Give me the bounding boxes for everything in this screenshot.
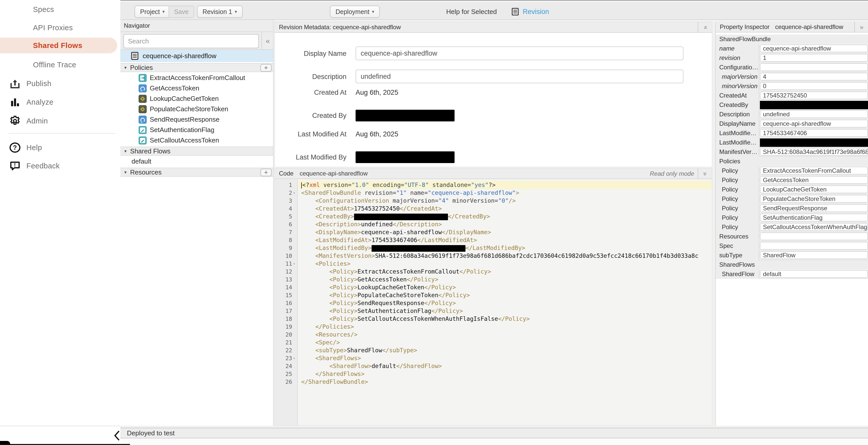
sidebar-item-specs[interactable]: Specs bbox=[0, 2, 120, 17]
inspector-row-revision[interactable]: revision1 bbox=[716, 53, 868, 63]
revision-help-link[interactable]: Revision bbox=[523, 8, 549, 16]
tree-item-policy-SendRequestResponse[interactable]: SendRequestResponse bbox=[120, 114, 274, 125]
tree-item-policy-LookupCacheGetToken[interactable]: LookupCacheGetToken bbox=[120, 93, 274, 104]
inspector-row-LastModifiedAt[interactable]: LastModifiedAt1754533467406 bbox=[716, 128, 868, 138]
fold-marker-icon[interactable]: ▾ bbox=[293, 354, 295, 362]
project-menu-button[interactable]: Project▾ bbox=[134, 6, 170, 18]
inspector-row-Policy[interactable]: PolicySetCalloutAccessTokenWhenAuthFlagI… bbox=[716, 222, 868, 232]
tree-item-policy-SetCalloutAccessToken[interactable]: SetCalloutAccessToken bbox=[120, 135, 274, 146]
display-name-field[interactable] bbox=[355, 47, 683, 60]
inspector-row-Policy[interactable]: PolicySetAuthenticationFlag bbox=[716, 213, 868, 222]
sidebar-item-admin[interactable]: Admin bbox=[0, 113, 120, 129]
inspector-row-CreatedAt[interactable]: CreatedAt1754532752450 bbox=[716, 91, 868, 100]
sidebar-item-feedback[interactable]: !Feedback bbox=[0, 158, 120, 174]
inspector-row-majorVersion[interactable]: majorVersion4 bbox=[716, 72, 868, 82]
code-line-2[interactable]: 2▾<SharedFlowBundle revision="1" name="c… bbox=[275, 189, 712, 197]
code-line-19[interactable]: 19 </Policies> bbox=[275, 323, 712, 331]
last-modified-at-value: Aug 6th, 2025 bbox=[355, 127, 398, 141]
deployment-menu-button[interactable]: Deployment▾ bbox=[330, 6, 380, 18]
inspector-row-Policy[interactable]: PolicySendRequestResponse bbox=[716, 204, 868, 213]
add-resource-button[interactable]: + bbox=[260, 169, 272, 176]
inspector-row-DisplayName[interactable]: DisplayNamecequence-api-sharedflow bbox=[716, 119, 868, 128]
inspector-row-LastModifiedBy[interactable]: LastModifiedBy bbox=[716, 138, 868, 147]
code-line-12[interactable]: 12 <Policy>ExtractAccessTokenFromCallout… bbox=[275, 268, 712, 275]
code-line-13[interactable]: 13 <Policy>GetAccessToken</Policy> bbox=[275, 275, 712, 284]
tree-item-policy-PopulateCacheStoreToken[interactable]: PopulateCacheStoreToken bbox=[120, 104, 274, 114]
code-line-10[interactable]: 10 <ManifestVersion>SHA-512:608a34ac9619… bbox=[275, 252, 712, 260]
tree-item-sharedflow-root[interactable]: cequence-api-sharedflow bbox=[120, 50, 274, 62]
inspector-collapse-button[interactable]: » bbox=[854, 22, 868, 32]
inspector-row-ConfigurationVersion[interactable]: ConfigurationVersion bbox=[716, 63, 868, 72]
code-line-7[interactable]: 7 <DisplayName>cequence-api-sharedflow</… bbox=[275, 228, 712, 236]
code-line-17[interactable]: 17 <Policy>SetAuthenticationFlag</Policy… bbox=[275, 307, 712, 315]
navigator-collapse-button[interactable]: « bbox=[261, 32, 274, 50]
search-input[interactable] bbox=[123, 34, 259, 48]
inspector-row-name[interactable]: namecequence-api-sharedflow bbox=[716, 44, 868, 53]
revision-menu-button[interactable]: Revision 1▾ bbox=[197, 6, 243, 18]
code-line-20[interactable]: 20 <Resources/> bbox=[275, 331, 712, 338]
add-policy-button[interactable]: + bbox=[260, 64, 272, 71]
save-button[interactable]: Save bbox=[168, 6, 194, 18]
tree-item-policy-SetAuthenticationFlag[interactable]: SetAuthenticationFlag bbox=[120, 125, 274, 135]
inspector-row-Policy[interactable]: PolicyGetAccessToken bbox=[716, 176, 868, 185]
chevron-left-icon bbox=[114, 430, 120, 441]
inspector-row-Policies[interactable]: Policies bbox=[716, 157, 868, 166]
tree-item-policy-GetAccessToken[interactable]: GetAccessToken bbox=[120, 83, 274, 93]
inspector-row-minorVersion[interactable]: minorVersion0 bbox=[716, 82, 868, 91]
tree-section-policies[interactable]: ▾ Policies + bbox=[120, 63, 274, 72]
code-line-23[interactable]: 23▾ <SharedFlows> bbox=[275, 354, 712, 362]
inspector-row-CreatedBy[interactable]: CreatedBy bbox=[716, 100, 868, 110]
code-line-14[interactable]: 14 <Policy>LookupCacheGetToken</Policy> bbox=[275, 284, 712, 291]
tree-item-policy-ExtractAccessTokenFromCallout[interactable]: ExtractAccessTokenFromCallout bbox=[120, 72, 274, 83]
project-menu-label: Project bbox=[140, 8, 160, 16]
code-line-9[interactable]: 9 <LastModifiedBy></LastModifiedBy> bbox=[275, 244, 712, 252]
code-line-1[interactable]: 1<?xml version="1.0" encoding="UTF-8" st… bbox=[275, 181, 712, 189]
inspector-row-Policy[interactable]: PolicyExtractAccessTokenFromCallout bbox=[716, 166, 868, 176]
inspector-row-ManifestVersion[interactable]: ManifestVersionSHA-512:608a34ac9619f1f73… bbox=[716, 147, 868, 157]
sidebar-item-offline-trace[interactable]: Offline Trace bbox=[0, 57, 120, 72]
code-line-18[interactable]: 18 <Policy>SetCalloutAccessTokenWhenAuth… bbox=[275, 315, 712, 323]
sidebar-item-analyze[interactable]: Analyze bbox=[0, 94, 120, 110]
line-number: 20 bbox=[275, 331, 292, 338]
sidebar-divider bbox=[9, 133, 115, 134]
sidebar-item-api-proxies[interactable]: API Proxies bbox=[0, 20, 120, 35]
service-callout-policy-icon bbox=[138, 116, 147, 124]
code-line-15[interactable]: 15 <Policy>PopulateCacheStoreToken</Poli… bbox=[275, 291, 712, 299]
sidebar-item-help[interactable]: ?Help bbox=[0, 140, 120, 155]
code-line-16[interactable]: 16 <Policy>SendRequestResponse</Policy> bbox=[275, 299, 712, 307]
inspector-row-SharedFlow[interactable]: SharedFlowdefault bbox=[716, 269, 868, 279]
code-line-11[interactable]: 11▾ <Policies> bbox=[275, 260, 712, 268]
tree-item-default-flow[interactable]: default bbox=[120, 156, 274, 167]
code-collapse-button[interactable]: » bbox=[698, 169, 712, 179]
code-editor[interactable]: 1<?xml version="1.0" encoding="UTF-8" st… bbox=[275, 180, 712, 425]
code-line-21[interactable]: 21 <Spec/> bbox=[275, 338, 712, 347]
tree-section-resources[interactable]: ▾ Resources + bbox=[120, 168, 274, 177]
inspector-row-subType[interactable]: subTypeSharedFlow bbox=[716, 251, 868, 260]
code-line-8[interactable]: 8 <LastModifiedAt>1754533467406</LastMod… bbox=[275, 236, 712, 244]
code-line-24[interactable]: 24 <SharedFlow>default</SharedFlow> bbox=[275, 362, 712, 370]
code-line-22[interactable]: 22 <subType>SharedFlow</subType> bbox=[275, 347, 712, 354]
inspector-row-SharedFlows[interactable]: SharedFlows bbox=[716, 260, 868, 269]
sidebar-item-shared-flows[interactable]: Shared Flows bbox=[0, 38, 117, 53]
fold-marker-icon[interactable]: ▾ bbox=[293, 189, 295, 197]
code-line-4[interactable]: 4 <CreatedAt>1754532752450</CreatedAt> bbox=[275, 205, 712, 213]
description-field[interactable] bbox=[355, 69, 683, 83]
inspector-row-SharedFlowBundle[interactable]: SharedFlowBundle bbox=[716, 34, 868, 44]
inspector-row-Description[interactable]: Descriptionundefined bbox=[716, 110, 868, 119]
inspector-row-Spec[interactable]: Spec bbox=[716, 241, 868, 251]
inspector-row-Policy[interactable]: PolicyLookupCacheGetToken bbox=[716, 185, 868, 194]
property-inspector-subject: cequence-api-sharedflow bbox=[775, 23, 843, 30]
sidebar-collapse-button[interactable] bbox=[112, 429, 122, 442]
code-line-25[interactable]: 25 </SharedFlows> bbox=[275, 370, 712, 378]
sidebar-item-publish[interactable]: Publish bbox=[0, 76, 120, 91]
code-line-6[interactable]: 6 <Description>undefined</Description> bbox=[275, 220, 712, 228]
code-line-26[interactable]: 26</SharedFlowBundle> bbox=[275, 378, 712, 386]
metadata-collapse-button[interactable]: » bbox=[698, 22, 712, 33]
policy-label: SetAuthenticationFlag bbox=[150, 126, 214, 134]
tree-section-shared-flows[interactable]: ▾ Shared Flows bbox=[120, 147, 274, 156]
inspector-row-Resources[interactable]: Resources bbox=[716, 232, 868, 241]
code-line-3[interactable]: 3 <ConfigurationVersion majorVersion="4"… bbox=[275, 197, 712, 205]
code-line-5[interactable]: 5 <CreatedBy></CreatedBy> bbox=[275, 213, 712, 220]
fold-marker-icon[interactable]: ▾ bbox=[293, 260, 295, 268]
inspector-row-Policy[interactable]: PolicyPopulateCacheStoreToken bbox=[716, 194, 868, 204]
